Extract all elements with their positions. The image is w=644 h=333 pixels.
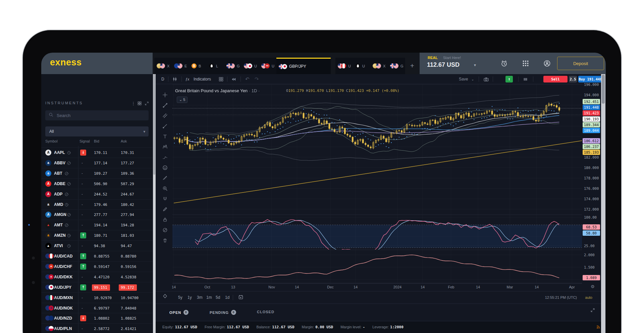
instrument-row-audnok[interactable]: +AUD/NOK-6.997977.04048 bbox=[41, 303, 153, 313]
brush-icon[interactable] bbox=[160, 121, 170, 131]
instrument-row-amzn[interactable]: aAMZN↑180.71181.03 bbox=[41, 230, 153, 240]
instrument-row-amd[interactable]: aAMD-179.46180.42 bbox=[41, 199, 153, 210]
draw-icon[interactable] bbox=[160, 205, 170, 214]
tab-oil-2[interactable]: U bbox=[353, 58, 370, 74]
xabcd-pattern-icon[interactable] bbox=[160, 142, 170, 152]
instrument-row-audjpy[interactable]: AUD/JPY↑99.15199.172 bbox=[41, 282, 153, 292]
emoji-icon[interactable] bbox=[160, 163, 170, 172]
layout-grid-icon[interactable] bbox=[218, 74, 224, 84]
tab-btc[interactable]: BB bbox=[189, 58, 207, 74]
tab-eurusd[interactable]: E bbox=[172, 58, 189, 74]
redo-icon[interactable]: ↷ bbox=[255, 74, 259, 84]
sell-button[interactable]: Sell 191.423 bbox=[543, 76, 568, 82]
instrument-flag-icon bbox=[338, 63, 346, 68]
sidebar-scrollbar[interactable] bbox=[153, 74, 156, 333]
delete-icon[interactable] bbox=[160, 236, 170, 245]
expand-panel-icon[interactable] bbox=[590, 308, 595, 314]
chart-type-icon[interactable] bbox=[172, 74, 177, 84]
news-feed-icon[interactable] bbox=[596, 324, 601, 331]
tab-xau-2[interactable]: X bbox=[370, 58, 388, 74]
instrument-row-abt[interactable]: aABT-109.27109.36 bbox=[41, 168, 153, 178]
ohlc-readout: O191.279 H191.670 L191.170 C191.423 +0.1… bbox=[286, 89, 399, 93]
positions-tab-pending[interactable]: PENDING0 bbox=[210, 310, 236, 315]
fx-icon[interactable]: ƒx bbox=[185, 74, 189, 84]
buy-button[interactable]: Buy 191.448 bbox=[578, 76, 602, 82]
instrument-row-adp[interactable]: AADP-244.52244.67 bbox=[41, 189, 153, 199]
instrument-row-audcad[interactable]: AUD/CAD↑0.887550.88780 bbox=[41, 251, 153, 261]
price-chart[interactable] bbox=[172, 84, 582, 283]
view-grid-icon[interactable] bbox=[137, 101, 142, 107]
bar-replay-chip[interactable]: ⌄ 5 bbox=[177, 97, 187, 103]
instrument-row-aapl[interactable]: AAAPL↓170.11170.31 bbox=[41, 147, 153, 158]
interval-button[interactable]: D bbox=[161, 74, 164, 84]
positions-tab-open[interactable]: OPEN0 bbox=[169, 310, 189, 315]
tab-xauusd[interactable]: X bbox=[154, 58, 172, 74]
undo-icon[interactable]: ↶ bbox=[245, 74, 250, 84]
timeframe-1d[interactable]: 1d bbox=[223, 294, 231, 300]
instrument-row-abbv[interactable]: aABBV-177.14177.27 bbox=[41, 158, 153, 168]
trend-line-icon[interactable] bbox=[160, 101, 170, 110]
axis-settings-gear-icon[interactable]: ⚙ bbox=[591, 284, 595, 289]
save-chevron-icon[interactable]: ⌄ bbox=[471, 74, 474, 84]
start-here-label: Start Here! bbox=[443, 56, 461, 60]
tab-oil-1[interactable]: L bbox=[207, 58, 224, 74]
kebab-menu-icon[interactable]: ⋮ bbox=[131, 101, 136, 106]
bid-value: 0.88755 bbox=[94, 254, 109, 259]
positions-tab-closed[interactable]: CLOSED bbox=[257, 310, 274, 314]
instrument-row-audpln[interactable]: AUD/PLN-2.587722.61421 bbox=[41, 323, 153, 333]
instrument-row-adbe[interactable]: AADBE-506.90507.29 bbox=[41, 178, 153, 189]
instrument-row-audchf[interactable]: +AUD/CHF↑0.591470.59156 bbox=[41, 261, 153, 272]
lock-icon[interactable] bbox=[160, 215, 170, 224]
crosshair-icon[interactable] bbox=[160, 90, 170, 100]
signal-up-badge: ↑ bbox=[80, 264, 86, 270]
tab-gbpusd[interactable]: G bbox=[224, 58, 241, 74]
indicators-button[interactable]: Indicators bbox=[194, 74, 211, 84]
search-input[interactable] bbox=[56, 113, 138, 118]
parallel-channel-icon[interactable] bbox=[160, 111, 170, 120]
deposit-button[interactable]: Deposit bbox=[557, 57, 604, 70]
panel-bars-icon[interactable] bbox=[523, 74, 528, 84]
hide-icon[interactable] bbox=[160, 225, 170, 235]
tab-gbpjpy[interactable]: GBP/JPY bbox=[276, 58, 331, 74]
tab-us500[interactable]: 500U bbox=[259, 58, 276, 74]
replay-icon[interactable] bbox=[231, 74, 236, 84]
tab-usdjpy[interactable]: U bbox=[241, 58, 259, 74]
snapshot-camera-icon[interactable] bbox=[483, 74, 489, 84]
tab-usdcad[interactable]: U bbox=[335, 58, 353, 74]
apps-grid-icon[interactable] bbox=[522, 60, 529, 67]
forecast-icon[interactable] bbox=[160, 153, 170, 162]
magnet-icon[interactable] bbox=[160, 194, 170, 204]
instrument-row-audnzd[interactable]: AUD/NZD↓1.088021.08825 bbox=[41, 313, 153, 323]
timeframe-1m[interactable]: 1m bbox=[205, 294, 214, 300]
account-metric: Free Margin:112.67 USD bbox=[205, 325, 249, 329]
instrument-row-amt[interactable]: ▲AMT-194.14194.28 bbox=[41, 220, 153, 230]
profile-icon[interactable] bbox=[543, 60, 551, 67]
price-axis[interactable]: 196.000194.000184.000182.000180.000178.0… bbox=[582, 84, 601, 283]
account-balance-dropdown[interactable]: 112.67 USD bbox=[427, 61, 460, 68]
tab-gbp-2[interactable]: G bbox=[388, 58, 405, 74]
timeframe-1y[interactable]: 1y bbox=[186, 294, 194, 300]
search-box bbox=[45, 110, 149, 120]
page-scrollbar[interactable] bbox=[601, 74, 605, 333]
zoom-in-icon[interactable] bbox=[160, 184, 170, 193]
auto-scale-toggle[interactable]: auto bbox=[585, 295, 592, 299]
go-to-date-icon[interactable] bbox=[238, 294, 244, 301]
save-button[interactable]: Save bbox=[459, 74, 468, 84]
tab-label: GBP/JPY bbox=[289, 64, 306, 69]
symbol-logo-icon: ▲ bbox=[45, 243, 51, 249]
add-tab-button[interactable]: + bbox=[408, 61, 417, 71]
instrument-row-auddkk[interactable]: +AUD/DKK-4.471204.52838 bbox=[41, 272, 153, 282]
timeframe-5d[interactable]: 5d bbox=[214, 294, 222, 300]
instrument-row-atvi[interactable]: ▲ATVI-94.3894.47 bbox=[41, 240, 153, 251]
text-icon[interactable] bbox=[160, 132, 170, 141]
instrument-row-amgn[interactable]: AAMGN-277.77277.94 bbox=[41, 209, 153, 220]
timeframe-5y[interactable]: 5y bbox=[176, 294, 184, 300]
instrument-row-audmxn[interactable]: AUD/MXN-10.9297010.94700 bbox=[41, 292, 153, 303]
timeframe-3m[interactable]: 3m bbox=[195, 294, 204, 300]
quick-trade-up-button[interactable]: ↑ bbox=[505, 76, 513, 82]
alarm-icon[interactable] bbox=[500, 60, 508, 67]
measure-icon[interactable] bbox=[160, 173, 170, 183]
expand-sidebar-icon[interactable] bbox=[145, 101, 149, 107]
date-axis[interactable]: 14Oct13Nov14Dec14202414Feb14Mar14Apr bbox=[172, 283, 582, 291]
filter-dropdown[interactable]: All ▾ bbox=[45, 126, 149, 136]
